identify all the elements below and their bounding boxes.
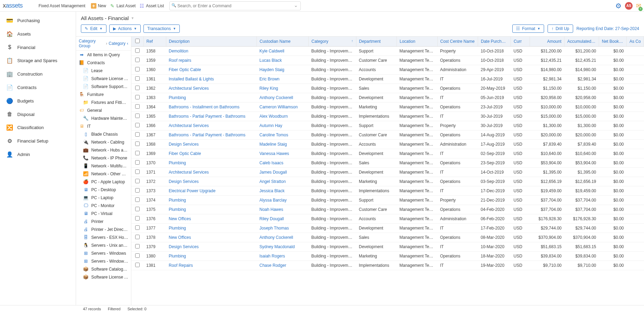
table-row[interactable]: 1362Architectural ServicesRiley KingBuil…: [131, 84, 644, 93]
cell-description[interactable]: New Offices: [166, 233, 257, 242]
row-checkbox[interactable]: [135, 263, 140, 267]
row-checkbox[interactable]: [135, 169, 140, 174]
cat-item[interactable]: 📦Software Catalog Entry: [76, 265, 131, 273]
row-checkbox[interactable]: [135, 123, 140, 127]
col-amount[interactable]: Amount: [530, 37, 564, 47]
cat-item[interactable]: 💻PC - Laptop: [76, 194, 131, 202]
mail-icon[interactable]: ✉5: [636, 2, 641, 10]
row-checkbox[interactable]: [135, 253, 140, 258]
col-accum-depr[interactable]: Accumulated Depreciation: [564, 37, 599, 47]
actions-button[interactable]: ▶Actions▼: [109, 25, 141, 33]
table-row[interactable]: 1380PlumbingIsaiah RogersBuilding - Impr…: [131, 252, 644, 261]
cat-item[interactable]: 🗄Servers - ESX Hosts: [76, 233, 131, 241]
grid-wrap[interactable]: Ref Description Custodian Name Category↑…: [131, 37, 644, 305]
cell-description[interactable]: Design Services: [166, 242, 257, 252]
cat-item[interactable]: 📄Lease: [76, 67, 131, 75]
cat-item[interactable]: 🍎PC - Apple Laptop: [76, 178, 131, 186]
table-row[interactable]: 1365Bathrooms - Partial Payment - Bathro…: [131, 112, 644, 121]
row-checkbox[interactable]: [135, 197, 140, 202]
chevron-down-icon[interactable]: ▼: [131, 16, 134, 20]
table-row[interactable]: 1368Design ServicesMadeline StaigBuildin…: [131, 140, 644, 149]
nav-item-construction[interactable]: 🏢Construction: [0, 67, 76, 81]
nav-item-contracts[interactable]: 📄Contracts: [0, 81, 76, 94]
col-select-all[interactable]: [131, 37, 143, 47]
cat-item[interactable]: 🖥PC - Virtual: [76, 209, 131, 217]
cell-custodian[interactable]: Vanessa Hawes: [257, 149, 309, 158]
nav-item-classification[interactable]: 🔀Classification: [0, 121, 76, 134]
cell-custodian[interactable]: Anthony Cockerell: [257, 233, 309, 242]
cell-custodian[interactable]: Anthony Cockerell: [257, 93, 309, 103]
cat-item[interactable]: 📙Contracts: [76, 59, 131, 67]
reporting-date[interactable]: Reporting End Date: 27-Sep-2024: [577, 26, 639, 31]
nav-item-financial[interactable]: $Financial: [0, 41, 76, 54]
cat-item[interactable]: 🏷General: [76, 106, 131, 114]
table-row[interactable]: 1363PlumbingAnthony CockerellBuilding - …: [131, 93, 644, 103]
cell-custodian[interactable]: Alex Woodburn: [257, 112, 309, 121]
row-checkbox[interactable]: [135, 216, 140, 221]
asset-list-button[interactable]: ☷Asset List: [139, 3, 164, 9]
nav-item-disposal[interactable]: 🗑Disposal: [0, 108, 76, 121]
row-checkbox[interactable]: [135, 225, 140, 230]
cell-description[interactable]: Plumbing: [166, 252, 257, 261]
row-checkbox[interactable]: [135, 235, 140, 239]
cell-description[interactable]: Design Services: [166, 140, 257, 149]
col-date-purchased[interactable]: Date Purchased: [478, 37, 511, 47]
table-row[interactable]: 1373Electrical Power UpgradeJessica Blac…: [131, 186, 644, 196]
new-button[interactable]: +New: [91, 3, 106, 9]
nav-item-budgets[interactable]: 🔵Budgets: [0, 94, 76, 108]
crumb-category-group[interactable]: Category Group: [79, 39, 104, 48]
row-checkbox[interactable]: [135, 244, 140, 248]
row-checkbox[interactable]: [135, 86, 140, 90]
table-row[interactable]: 1375PlumbingNoah HawesBuilding - Improve…: [131, 205, 644, 214]
col-net-book-value[interactable]: Net Book Value: [599, 37, 627, 47]
cat-item[interactable]: 📱Network - Multifunction D: [76, 162, 131, 170]
cell-custodian[interactable]: Jessica Black: [257, 186, 309, 196]
table-row[interactable]: 1377PlumbingJoseph ThomasBuilding - Impr…: [131, 224, 644, 233]
settings-icon[interactable]: ⚙: [615, 2, 622, 10]
cell-description[interactable]: Roof Repairs: [166, 261, 257, 270]
cell-custodian[interactable]: Angel Stratton: [257, 177, 309, 186]
cell-description[interactable]: Architectural Services: [166, 121, 257, 130]
cell-description[interactable]: Roof repairs: [166, 56, 257, 65]
cell-description[interactable]: Bathrooms - Partial Payment - Bathrooms: [166, 112, 257, 121]
cat-item[interactable]: 📄Software License Agreement: [76, 75, 131, 82]
table-row[interactable]: 1372Design ServicesAngel StrattonBuildin…: [131, 177, 644, 186]
cat-item[interactable]: ⊞Servers - Windows VM: [76, 257, 131, 265]
format-button[interactable]: ☷Format▼: [512, 25, 544, 33]
edit-button[interactable]: ✎Edit▼: [81, 25, 106, 33]
cell-custodian[interactable]: Hayden Staig: [257, 65, 309, 75]
row-checkbox[interactable]: [135, 132, 140, 137]
table-row[interactable]: 1369Fiber Optic CableVanessa HawesBuildi…: [131, 149, 644, 158]
cat-item[interactable]: 🖥PC - Desktop: [76, 186, 131, 194]
col-location[interactable]: Location: [397, 37, 438, 47]
cat-item[interactable]: 📶Network - Other Device: [76, 170, 131, 178]
cell-description[interactable]: Bathrooms - Partial Payment - Bathrooms: [166, 130, 257, 140]
table-row[interactable]: 1367Bathrooms - Partial Payment - Bathro…: [131, 130, 644, 140]
user-avatar[interactable]: AS: [625, 2, 633, 10]
cell-description[interactable]: Electrical Power Upgrade: [166, 186, 257, 196]
row-checkbox[interactable]: [135, 207, 140, 211]
drill-up-button[interactable]: ↑Drill Up: [548, 25, 573, 33]
cell-description[interactable]: Installed Ballast & Lights: [166, 75, 257, 84]
cell-custodian[interactable]: Lucas Black: [257, 56, 309, 65]
cell-custodian[interactable]: Eric Brown: [257, 75, 309, 84]
cell-custodian[interactable]: Cameron Williamson: [257, 103, 309, 112]
cat-item[interactable]: 🖵PC - Monitor: [76, 202, 131, 209]
last-asset-button[interactable]: ✎Last Asset: [110, 3, 136, 9]
cell-description[interactable]: Architectural Services: [166, 168, 257, 177]
cat-item[interactable]: 🖨Printer - Jet Direct Card: [76, 225, 131, 233]
col-category[interactable]: Category↑: [309, 37, 356, 47]
cell-custodian[interactable]: Kyle Caldwell: [257, 47, 309, 56]
cat-item[interactable]: 🖥IT: [76, 122, 131, 130]
cat-item[interactable]: 🔌Network - Cabling: [76, 138, 131, 146]
cat-item[interactable]: ⊞Servers - Windows: [76, 249, 131, 257]
row-checkbox[interactable]: [135, 58, 140, 62]
cell-description[interactable]: New Offices: [166, 214, 257, 224]
logo[interactable]: xassets: [3, 2, 23, 9]
cell-description[interactable]: Plumbing: [166, 93, 257, 103]
cat-item[interactable]: 💼Network - Hubs and Conc: [76, 146, 131, 154]
cell-description[interactable]: Architectural Services: [166, 84, 257, 93]
table-row[interactable]: 1358DemolitionKyle CaldwellBuilding - Im…: [131, 47, 644, 56]
transactions-button[interactable]: Transactions▼: [143, 25, 180, 33]
select-all-checkbox[interactable]: [135, 39, 140, 43]
